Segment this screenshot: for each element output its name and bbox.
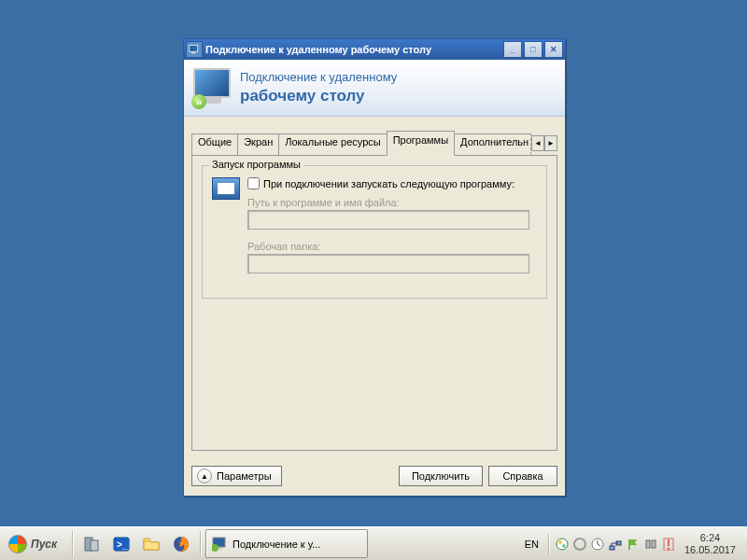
- separator: [548, 534, 549, 554]
- titlebar[interactable]: Подключение к удаленному рабочему столу …: [184, 39, 565, 60]
- banner-line2: рабочему столу: [240, 86, 397, 105]
- start-label: Пуск: [31, 538, 57, 551]
- system-tray: EN 6:24 16.05.2017: [515, 532, 747, 555]
- svg-rect-0: [190, 46, 198, 52]
- rdp-icon: »: [193, 68, 233, 107]
- tray-clock[interactable]: 6:24 16.05.2017: [679, 532, 741, 555]
- tab-display[interactable]: Экран: [237, 133, 279, 155]
- tab-programs[interactable]: Программы: [387, 131, 455, 156]
- tray-security-icon[interactable]: [555, 537, 570, 552]
- minimize-button[interactable]: _: [503, 41, 522, 58]
- input-workdir: [247, 254, 529, 273]
- tray-action-center-icon[interactable]: [661, 537, 676, 552]
- svg-point-14: [562, 544, 566, 548]
- group-start-program: Запуск программы При подключении запуска…: [202, 165, 547, 299]
- tab-strip: Общие Экран Локальные ресурсы Программы …: [191, 133, 557, 155]
- language-indicator[interactable]: EN: [521, 537, 543, 552]
- options-button[interactable]: ▲ Параметры: [191, 466, 282, 486]
- label-workdir: Рабочая папка:: [247, 241, 537, 252]
- button-row: ▲ Параметры Подключить Справка: [184, 458, 565, 496]
- label-program-path: Путь к программе и имя файла:: [247, 197, 537, 208]
- tray-date: 16.05.2017: [684, 544, 736, 556]
- group-legend: Запуск программы: [209, 159, 303, 170]
- desktop: Подключение к удаленному рабочему столу …: [0, 0, 747, 527]
- tray-clock-icon[interactable]: [590, 537, 605, 552]
- banner-line1: Подключение к удаленному: [240, 70, 397, 85]
- tab-advanced[interactable]: Дополнительн: [454, 133, 531, 155]
- svg-point-15: [574, 539, 585, 550]
- svg-point-13: [558, 540, 562, 544]
- svg-rect-3: [91, 540, 98, 551]
- tab-scroll: ◄ ►: [531, 135, 557, 151]
- checkbox-start-program[interactable]: При подключении запускать следующую прог…: [247, 177, 537, 189]
- svg-rect-1: [191, 52, 196, 54]
- task-label: Подключение к у...: [233, 539, 320, 550]
- task-rdp[interactable]: Подключение к у...: [205, 529, 368, 558]
- dialog-body: Общие Экран Локальные ресурсы Программы …: [184, 117, 565, 458]
- svg-rect-17: [610, 546, 614, 550]
- chevron-up-icon: ▲: [197, 469, 212, 483]
- start-button[interactable]: Пуск: [3, 529, 66, 558]
- tray-time: 6:24: [684, 532, 736, 544]
- connect-button[interactable]: Подключить: [399, 466, 483, 486]
- svg-rect-7: [144, 539, 150, 541]
- rdp-window: Подключение к удаленному рабочему столу …: [183, 38, 566, 497]
- ql-firefox[interactable]: [167, 529, 195, 558]
- windows-logo-icon: [8, 535, 27, 553]
- maximize-button[interactable]: □: [524, 41, 543, 58]
- banner: » Подключение к удаленному рабочему стол…: [184, 60, 565, 117]
- svg-text:>_: >_: [117, 539, 128, 550]
- connect-orb-icon: »: [191, 94, 206, 109]
- tray-shield-icon[interactable]: [572, 537, 587, 552]
- separator: [72, 531, 73, 557]
- ql-server-manager[interactable]: [78, 529, 106, 558]
- checkbox-start-program-input[interactable]: [247, 177, 260, 189]
- svg-point-21: [667, 547, 669, 550]
- svg-rect-19: [646, 540, 650, 548]
- close-button[interactable]: ✕: [544, 41, 563, 58]
- svg-rect-20: [652, 540, 655, 548]
- ql-powershell[interactable]: >_: [107, 529, 135, 558]
- input-program-path: [247, 210, 529, 230]
- svg-point-12: [557, 539, 568, 550]
- window-title: Подключение к удаленному рабочему столу: [205, 44, 503, 55]
- tab-scroll-right[interactable]: ►: [544, 135, 557, 151]
- tab-local-resources[interactable]: Локальные ресурсы: [278, 133, 387, 155]
- rdp-task-icon: [212, 536, 229, 553]
- tab-panel-programs: Запуск программы При подключении запуска…: [191, 155, 557, 451]
- taskbar: Пуск >_ Подключение к у... EN: [0, 526, 747, 560]
- checkbox-start-program-label: При подключении запускать следующую прог…: [263, 178, 514, 189]
- tab-scroll-left[interactable]: ◄: [531, 135, 544, 151]
- help-button[interactable]: Справка: [488, 466, 557, 486]
- tray-devices-icon[interactable]: [643, 537, 658, 552]
- tab-general[interactable]: Общие: [191, 133, 238, 155]
- tray-flag-icon[interactable]: [626, 537, 641, 552]
- window-icon: [186, 41, 203, 58]
- separator: [200, 531, 201, 557]
- program-icon: [212, 177, 240, 200]
- ql-explorer[interactable]: [137, 529, 165, 558]
- quick-launch: >_: [76, 529, 197, 558]
- tray-network-icon[interactable]: [608, 537, 623, 552]
